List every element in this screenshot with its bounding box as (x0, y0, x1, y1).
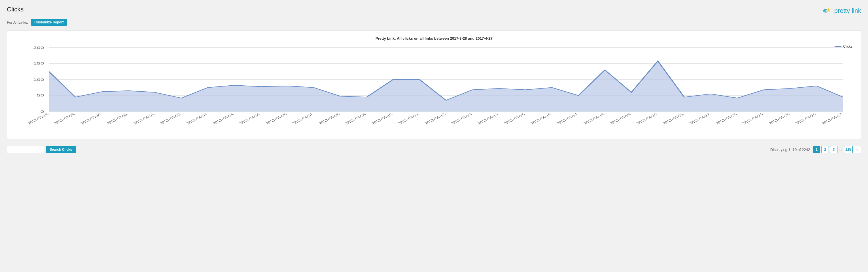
svg-text:2017-04-15: 2017-04-15 (502, 113, 526, 125)
svg-text:2017-04-26: 2017-04-26 (794, 113, 817, 125)
svg-text:100: 100 (33, 78, 44, 81)
chart-area: Clicks 200 150 100 50 0 (13, 44, 855, 136)
svg-text:2017-04-01: 2017-04-01 (132, 113, 156, 125)
svg-text:2017-03-31: 2017-03-31 (105, 113, 129, 125)
svg-text:2017-03-28: 2017-03-28 (26, 113, 50, 125)
bottom-row: Search Clicks Displaying 1–10 of 2242 1 … (7, 144, 861, 155)
search-clicks-button[interactable]: Search Clicks (46, 146, 76, 153)
chart-container: Pretty Link: All clicks on all links bet… (7, 30, 861, 139)
svg-text:2017-04-13: 2017-04-13 (450, 113, 473, 125)
svg-text:2017-04-12: 2017-04-12 (423, 113, 447, 125)
svg-text:2017-04-19: 2017-04-19 (608, 113, 632, 125)
page-btn-3[interactable]: 3 (830, 146, 837, 153)
for-all-links-label: For All Links: (7, 20, 28, 25)
legend-area: Clicks (835, 44, 852, 48)
svg-text:0: 0 (40, 110, 44, 113)
chart-fill (49, 61, 843, 112)
svg-text:2017-04-22: 2017-04-22 (687, 113, 712, 125)
svg-text:2017-04-27: 2017-04-27 (820, 113, 844, 125)
chart-title: Pretty Link: All clicks on all links bet… (13, 36, 855, 40)
svg-text:2017-04-18: 2017-04-18 (582, 113, 606, 125)
svg-text:200: 200 (33, 46, 44, 49)
page-btn-1[interactable]: 1 (813, 146, 820, 153)
svg-text:2017-04-09: 2017-04-09 (343, 113, 368, 125)
pagination-info: Displaying 1–10 of 2242 (770, 147, 810, 152)
page-wrapper: Clicks pretty link For All Links: Custom… (0, 0, 868, 272)
svg-text:2017-04-06: 2017-04-06 (264, 113, 288, 125)
legend-line (835, 46, 841, 47)
subtitle-row: For All Links: Customize Report (7, 19, 861, 26)
svg-text:2017-04-03: 2017-04-03 (185, 113, 209, 125)
svg-text:50: 50 (37, 94, 44, 97)
page-btn-2[interactable]: 2 (822, 146, 829, 153)
svg-text:2017-04-25: 2017-04-25 (767, 113, 791, 125)
chart-svg: 200 150 100 50 0 (13, 44, 855, 136)
svg-text:2017-04-08: 2017-04-08 (317, 113, 341, 125)
svg-text:2017-04-17: 2017-04-17 (555, 113, 579, 125)
svg-text:2017-04-14: 2017-04-14 (476, 113, 500, 125)
header-row: Clicks pretty link (7, 6, 861, 16)
pagination-area: Displaying 1–10 of 2242 1 2 3 ... 225 » (770, 146, 861, 153)
svg-text:2017-04-02: 2017-04-02 (158, 113, 182, 125)
search-input[interactable] (7, 146, 44, 153)
svg-text:2017-04-21: 2017-04-21 (661, 113, 685, 125)
svg-text:150: 150 (33, 62, 44, 65)
svg-text:2017-04-05: 2017-04-05 (238, 113, 261, 125)
svg-text:2017-04-23: 2017-04-23 (714, 113, 738, 125)
search-area: Search Clicks (7, 146, 76, 153)
page-btn-next[interactable]: » (854, 146, 861, 153)
legend-label: Clicks (843, 44, 852, 48)
svg-text:2017-04-24: 2017-04-24 (741, 113, 765, 125)
svg-text:2017-03-29: 2017-03-29 (52, 113, 76, 125)
svg-text:2017-04-07: 2017-04-07 (291, 113, 315, 125)
svg-text:2017-04-11: 2017-04-11 (396, 113, 420, 125)
logo-icon (822, 6, 833, 16)
svg-text:2017-04-04: 2017-04-04 (211, 113, 235, 125)
page-title: Clicks (7, 6, 24, 13)
customize-report-button[interactable]: Customize Report (31, 19, 67, 26)
svg-text:2017-04-16: 2017-04-16 (529, 113, 553, 125)
chart-line (49, 61, 843, 100)
svg-text:2017-04-20: 2017-04-20 (635, 113, 659, 125)
svg-marker-0 (826, 8, 830, 12)
logo-area: pretty link (822, 6, 861, 16)
logo-text: pretty link (834, 7, 861, 14)
svg-text:2017-03-30: 2017-03-30 (79, 113, 103, 125)
page-btn-225[interactable]: 225 (844, 146, 852, 153)
svg-text:2017-04-10: 2017-04-10 (370, 113, 394, 125)
page-dots: ... (839, 147, 843, 152)
